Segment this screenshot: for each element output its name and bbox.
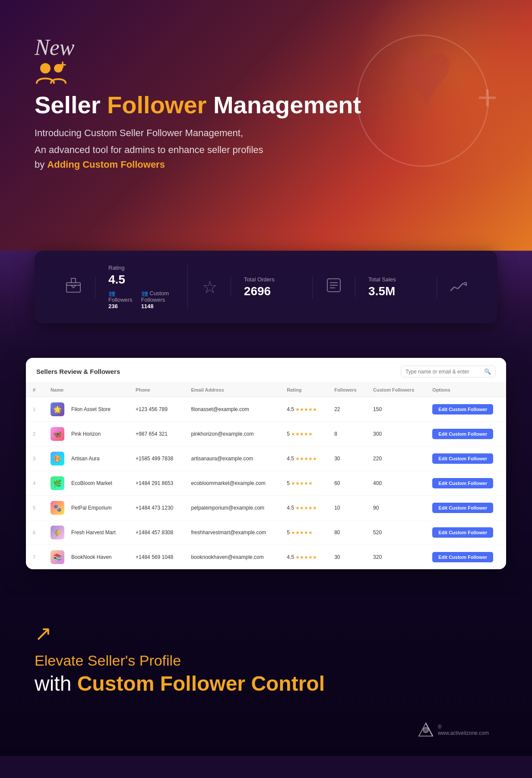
seller-logo: 📚: [51, 550, 64, 564]
col-email: Email Address: [184, 383, 280, 397]
arrow-up-icon: ↗: [35, 621, 497, 645]
row-phone: +1585 499 7838: [129, 446, 184, 471]
sellers-table: # Name Phone Email Address Rating Follow…: [26, 383, 506, 569]
table-search-box[interactable]: 🔍: [401, 366, 496, 377]
brand-logo: ® www.activeitzone.com: [417, 721, 489, 739]
row-options[interactable]: Edit Custom Follower: [425, 545, 506, 570]
table-row: 7 📚 BookNook Haven +1484 569 1048 bookno…: [26, 545, 506, 570]
total-sales-value: 3.5M: [368, 284, 396, 298]
row-rating: 4.5 ★★★★★: [280, 545, 327, 570]
row-options[interactable]: Edit Custom Follower: [425, 446, 506, 471]
row-custom-followers: 300: [366, 422, 425, 446]
edit-custom-follower-button[interactable]: Edit Custom Follower: [432, 429, 493, 439]
registered-mark: ®: [438, 724, 442, 730]
footer-brand: ® www.activeitzone.com: [35, 721, 497, 739]
hero-section: ♥ + New Seller Follower Management Intro…: [0, 0, 532, 268]
edit-custom-follower-button[interactable]: Edit Custom Follower: [432, 527, 493, 538]
row-phone: +1484 291 8653: [129, 471, 184, 496]
row-options[interactable]: Edit Custom Follower: [425, 422, 506, 446]
website-url: www.activeitzone.com: [438, 730, 489, 736]
stat-list-icon: [313, 277, 355, 297]
row-rating: 4.5 ★★★★★: [280, 446, 327, 471]
seller-logo: 🌟: [51, 402, 64, 416]
box-icon: [65, 277, 82, 298]
row-rating: 4.5 ★★★★★: [280, 496, 327, 520]
row-num: 5: [26, 496, 44, 520]
table-row: 3 🎨 Artisan Aura +1585 499 7838 artisana…: [26, 446, 506, 471]
row-email: freshharvestmart@example.com: [184, 520, 280, 545]
row-num: 2: [26, 422, 44, 446]
row-rating: 5 ★★★★★: [280, 471, 327, 496]
row-rating: 5 ★★★★★: [280, 520, 327, 545]
table-row: 5 🐾 PetPal Emporium +1484 473 1230 petpa…: [26, 496, 506, 520]
search-input[interactable]: [405, 369, 481, 375]
edit-custom-follower-button[interactable]: Edit Custom Follower: [432, 552, 493, 562]
col-options: Options: [425, 383, 506, 397]
hero-subtitle1: Introducing Custom Seller Follower Manag…: [35, 125, 497, 140]
bottom-subtitle: Elevate Seller's Profile: [35, 652, 497, 669]
hero-title: Seller Follower Management: [35, 92, 497, 118]
table-row: 2 🦋 Pink Horizon +987 654 321 pinkhorizo…: [26, 422, 506, 446]
table-header-row: # Name Phone Email Address Rating Follow…: [26, 383, 506, 397]
row-email: filonasset@example.com: [184, 397, 280, 422]
seller-name: Artisan Aura: [71, 456, 99, 462]
col-followers: Followers: [327, 383, 366, 397]
row-followers: 30: [327, 545, 366, 570]
custom-followers-stat: 👥 Custom Followers 1148: [141, 290, 175, 309]
new-label: New: [35, 35, 74, 60]
seller-name: EcoBloom Market: [71, 480, 112, 486]
hero-heart-decoration: ♥: [398, 26, 454, 121]
row-followers: 60: [327, 471, 366, 496]
col-rating: Rating: [280, 383, 327, 397]
seller-logo: 🌿: [51, 476, 64, 490]
stat-total-sales: Total Sales 3.5M: [355, 276, 437, 298]
row-email: pinkhorizon@example.com: [184, 422, 280, 446]
row-name: 🎨 Artisan Aura: [44, 446, 129, 471]
hero-subtitle2: An advanced tool for admins to enhance s…: [35, 142, 497, 157]
row-custom-followers: 90: [366, 496, 425, 520]
edit-custom-follower-button[interactable]: Edit Custom Follower: [432, 453, 493, 464]
hero-cta: by Adding Custom Followers: [35, 159, 497, 170]
row-num: 3: [26, 446, 44, 471]
stats-section: Rating 4.5 👥 Followers 236 👥 Custom Foll…: [0, 251, 532, 349]
col-custom-followers: Custom Followers: [366, 383, 425, 397]
stat-followers-row: 👥 Followers 236 👥 Custom Followers 1148: [108, 290, 174, 309]
row-options[interactable]: Edit Custom Follower: [425, 397, 506, 422]
table-header-bar: Sellers Review & Followers 🔍: [26, 358, 506, 383]
edit-custom-follower-button[interactable]: Edit Custom Follower: [432, 478, 493, 488]
row-rating: 5 ★★★★★: [280, 422, 327, 446]
stat-chart-icon: [437, 278, 480, 296]
row-custom-followers: 400: [366, 471, 425, 496]
star-icon: ☆: [202, 277, 218, 297]
stat-rating: Rating 4.5 👥 Followers 236 👥 Custom Foll…: [95, 265, 188, 309]
row-followers: 8: [327, 422, 366, 446]
row-email: ecobloommarket@example.com: [184, 471, 280, 496]
svg-point-0: [40, 63, 51, 73]
seller-logo: 🦋: [51, 427, 64, 441]
row-name: 🐾 PetPal Emporium: [44, 496, 129, 520]
list-icon: [326, 277, 342, 297]
row-name: 🌿 EcoBloom Market: [44, 471, 129, 496]
edit-custom-follower-button[interactable]: Edit Custom Follower: [432, 404, 493, 415]
row-phone: +987 654 321: [129, 422, 184, 446]
row-followers: 30: [327, 446, 366, 471]
rating-label: Rating: [108, 265, 174, 271]
total-orders-label: Total Orders: [244, 276, 275, 283]
table-row: 6 🌾 Fresh Harvest Mart +1484 457 8308 fr…: [26, 520, 506, 545]
row-options[interactable]: Edit Custom Follower: [425, 471, 506, 496]
stat-star: ☆: [188, 277, 231, 297]
row-followers: 80: [327, 520, 366, 545]
total-orders-value: 2696: [244, 284, 275, 298]
row-name: 🌾 Fresh Harvest Mart: [44, 520, 129, 545]
rating-value: 4.5: [108, 273, 174, 287]
stats-card: Rating 4.5 👥 Followers 236 👥 Custom Foll…: [35, 251, 497, 323]
table-row: 4 🌿 EcoBloom Market +1484 291 8653 ecobl…: [26, 471, 506, 496]
row-phone: +1484 569 1048: [129, 545, 184, 570]
row-options[interactable]: Edit Custom Follower: [425, 496, 506, 520]
col-name: Name: [44, 383, 129, 397]
row-custom-followers: 220: [366, 446, 425, 471]
seller-name: Pink Horizon: [71, 431, 101, 437]
edit-custom-follower-button[interactable]: Edit Custom Follower: [432, 503, 493, 513]
seller-name: BookNook Haven: [71, 554, 111, 560]
row-options[interactable]: Edit Custom Follower: [425, 520, 506, 545]
